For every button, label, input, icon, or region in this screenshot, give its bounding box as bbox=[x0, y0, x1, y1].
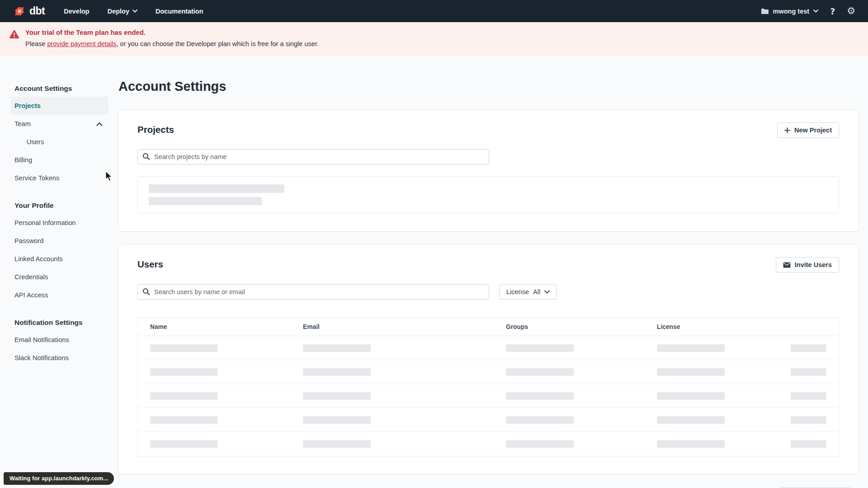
workspace-name: mwong test bbox=[773, 8, 810, 15]
page-title: Account Settings bbox=[118, 79, 859, 94]
sidebar-item-password-label: Password bbox=[14, 237, 44, 244]
skeleton-bar bbox=[657, 416, 725, 424]
skeleton-bar bbox=[303, 416, 371, 424]
menu-documentation[interactable]: Documentation bbox=[156, 8, 203, 15]
license-filter-label: License bbox=[506, 288, 529, 296]
projects-card: Projects New Project bbox=[118, 110, 859, 231]
table-row bbox=[138, 384, 839, 408]
users-filters-row: License All bbox=[137, 284, 839, 300]
new-project-button[interactable]: New Project bbox=[777, 122, 839, 138]
column-header-email: Email bbox=[291, 324, 494, 330]
skeleton-bar bbox=[150, 368, 218, 376]
users-search-input[interactable] bbox=[137, 284, 489, 300]
sidebar-item-linked-accounts-label: Linked Accounts bbox=[14, 255, 63, 263]
license-filter-dropdown[interactable]: License All bbox=[499, 284, 557, 300]
table-row bbox=[138, 408, 839, 432]
sidebar-item-slack-notifications[interactable]: Slack Notifications bbox=[11, 349, 108, 367]
skeleton-bar bbox=[791, 344, 826, 352]
sidebar-item-billing-label: Billing bbox=[14, 156, 32, 164]
sidebar-item-linked-accounts[interactable]: Linked Accounts bbox=[11, 250, 108, 268]
skeleton-bar bbox=[506, 368, 574, 376]
warning-triangle-icon bbox=[9, 28, 19, 47]
skeleton-bar bbox=[791, 440, 826, 448]
users-table: Name Email Groups License bbox=[137, 318, 839, 456]
provide-payment-details-link[interactable]: provide payment details bbox=[47, 40, 116, 47]
dbt-logo[interactable]: dbt bbox=[13, 5, 45, 18]
sidebar-item-credentials-label: Credentials bbox=[14, 273, 48, 281]
chevron-down-icon bbox=[544, 290, 550, 294]
search-icon bbox=[142, 153, 150, 162]
skeleton-bar bbox=[506, 440, 574, 448]
gear-glyph: ⚙ bbox=[847, 6, 855, 16]
sidebar-item-api-access[interactable]: API Access bbox=[11, 286, 108, 304]
banner-text: Your trial of the Team plan has ended. P… bbox=[25, 28, 319, 47]
navbar-right: mwong test ? ⚙ bbox=[761, 6, 855, 16]
projects-search-input[interactable] bbox=[137, 149, 489, 164]
menu-deploy[interactable]: Deploy bbox=[108, 8, 137, 15]
table-row bbox=[138, 336, 839, 360]
column-header-groups: Groups bbox=[494, 324, 645, 330]
sidebar-heading-notification-settings: Notification Settings bbox=[14, 319, 108, 327]
sidebar-item-password[interactable]: Password bbox=[11, 232, 108, 250]
banner-body: Please provide payment details, or you c… bbox=[25, 40, 319, 47]
sidebar-item-projects[interactable]: Projects bbox=[11, 97, 108, 115]
sidebar-item-users-label: Users bbox=[27, 138, 44, 145]
skeleton-bar bbox=[657, 368, 725, 376]
sidebar-item-team-label: Team bbox=[14, 120, 31, 127]
skeleton-bar bbox=[303, 344, 371, 352]
sidebar-heading-account-settings: Account Settings bbox=[14, 84, 108, 93]
banner-title: Your trial of the Team plan has ended. bbox=[25, 29, 319, 36]
sidebar-item-personal-information[interactable]: Personal Information bbox=[11, 214, 108, 232]
sidebar-item-projects-label: Projects bbox=[14, 102, 41, 109]
projects-search bbox=[137, 149, 489, 164]
sidebar-item-personal-information-label: Personal Information bbox=[14, 219, 76, 226]
chevron-down-icon bbox=[132, 9, 137, 13]
license-filter-value: All bbox=[533, 288, 540, 296]
skeleton-bar bbox=[506, 344, 574, 352]
skeleton-bar bbox=[506, 416, 574, 424]
skeleton-bar bbox=[149, 197, 262, 205]
skeleton-bar bbox=[150, 344, 218, 352]
main-content: Account Settings Projects New Project bbox=[108, 56, 868, 488]
skeleton-bar bbox=[657, 344, 725, 352]
new-project-button-label: New Project bbox=[794, 127, 832, 134]
dbt-logo-text: dbt bbox=[29, 5, 45, 17]
sidebar-heading-your-profile: Your Profile bbox=[14, 202, 108, 210]
sidebar-item-team[interactable]: Team bbox=[11, 115, 108, 133]
gear-icon[interactable]: ⚙ bbox=[847, 6, 855, 16]
dbt-logo-icon bbox=[13, 5, 26, 18]
invite-users-button[interactable]: Invite Users bbox=[776, 257, 839, 272]
menu-develop[interactable]: Develop bbox=[64, 8, 89, 15]
folder-icon bbox=[761, 8, 769, 14]
main-menu: Develop Deploy Documentation bbox=[64, 8, 203, 15]
projects-card-title: Projects bbox=[137, 122, 174, 135]
settings-sidebar: Account Settings Projects Team Users Bil… bbox=[11, 56, 108, 488]
sidebar-item-email-notifications[interactable]: Email Notifications bbox=[11, 331, 108, 349]
skeleton-bar bbox=[791, 368, 826, 376]
page-body: Account Settings Projects Team Users Bil… bbox=[0, 56, 868, 488]
envelope-icon bbox=[783, 262, 791, 268]
trial-expired-banner: Your trial of the Team plan has ended. P… bbox=[0, 22, 868, 56]
help-icon[interactable]: ? bbox=[830, 6, 835, 16]
menu-deploy-label: Deploy bbox=[108, 8, 129, 15]
sidebar-item-email-notifications-label: Email Notifications bbox=[14, 336, 69, 343]
account-picker[interactable]: mwong test bbox=[761, 8, 819, 15]
skeleton-bar bbox=[791, 392, 826, 400]
users-card: Users Invite Users License All bbox=[118, 245, 859, 474]
sidebar-item-credentials[interactable]: Credentials bbox=[11, 268, 108, 286]
sidebar-item-service-tokens[interactable]: Service Tokens bbox=[11, 169, 108, 187]
users-search bbox=[137, 284, 489, 300]
sidebar-item-users[interactable]: Users bbox=[11, 133, 108, 151]
sidebar-item-billing[interactable]: Billing bbox=[11, 151, 108, 169]
users-card-title: Users bbox=[137, 257, 163, 270]
menu-develop-label: Develop bbox=[64, 8, 89, 15]
skeleton-bar bbox=[657, 440, 725, 448]
skeleton-bar bbox=[149, 184, 284, 193]
projects-loading-panel bbox=[137, 176, 839, 213]
sidebar-item-service-tokens-label: Service Tokens bbox=[14, 174, 59, 182]
skeleton-bar bbox=[506, 392, 574, 400]
help-glyph: ? bbox=[830, 6, 835, 16]
banner-body-prefix: Please bbox=[25, 40, 47, 47]
table-row bbox=[138, 432, 839, 456]
banner-body-suffix: , or you can choose the Developer plan w… bbox=[117, 40, 319, 47]
